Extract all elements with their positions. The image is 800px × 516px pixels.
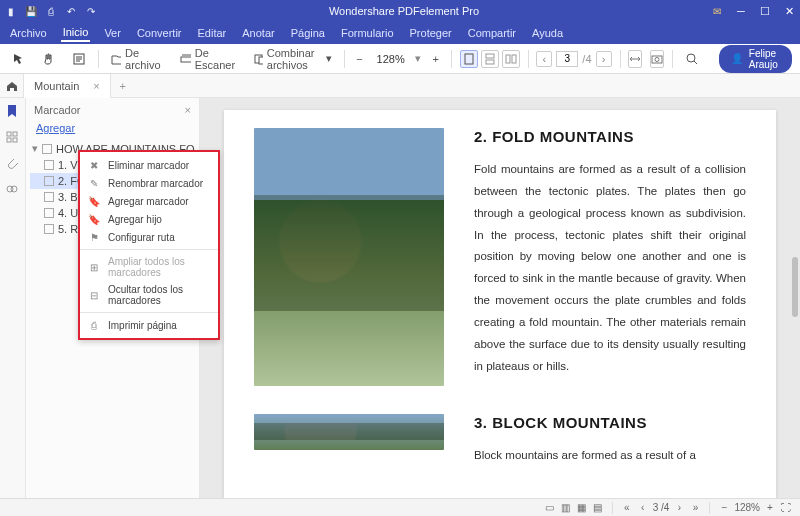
menu-formulario[interactable]: Formulario: [339, 25, 396, 41]
minimize-button[interactable]: ─: [734, 4, 748, 18]
menu-bar: Archivo Inicio Ver Convertir Editar Anot…: [0, 22, 800, 44]
section2-body: Fold mountains are formed as a result of…: [474, 159, 746, 377]
zoom-value: 128%: [375, 53, 407, 65]
fit-width-button[interactable]: [628, 50, 642, 68]
comments-rail-icon[interactable]: [5, 182, 21, 198]
menu-ver[interactable]: Ver: [102, 25, 123, 41]
status-page-prev[interactable]: ‹: [637, 502, 649, 514]
ctx-ocultar-todos[interactable]: ⊟Ocultar todos los marcadores: [80, 281, 218, 309]
status-bar: ▭ ▥ ▦ ▤ « ‹ 3 /4 › » − 128% + ⛶: [0, 498, 800, 516]
status-fullscreen-icon[interactable]: ⛶: [780, 502, 792, 514]
add-bookmark-link[interactable]: Agregar: [26, 122, 199, 140]
zoom-in-button[interactable]: +: [429, 51, 443, 67]
svg-rect-1: [181, 57, 191, 62]
menu-inicio[interactable]: Inicio: [61, 24, 91, 42]
svg-rect-4: [465, 54, 473, 64]
ctx-configurar-ruta[interactable]: ⚑Configurar ruta: [80, 228, 218, 246]
home-tab[interactable]: [0, 74, 24, 98]
left-icon-rail: [0, 98, 26, 498]
section3-heading: 3. BLOCK MOUNTAINS: [474, 414, 746, 431]
page-next-button[interactable]: ›: [596, 51, 612, 67]
svg-rect-8: [512, 55, 516, 63]
menu-compartir[interactable]: Compartir: [466, 25, 518, 41]
svg-rect-13: [13, 132, 17, 136]
redo-icon[interactable]: ↷: [84, 4, 98, 18]
thumbnails-rail-icon[interactable]: [5, 130, 21, 146]
maximize-button[interactable]: ☐: [758, 4, 772, 18]
add-bookmark-icon: 🔖: [88, 195, 100, 207]
print-icon[interactable]: ⎙: [44, 4, 58, 18]
combine-files-button[interactable]: Combinar archivos▾: [250, 45, 335, 73]
search-button[interactable]: [681, 50, 703, 68]
ctx-ampliar-todos: ⊞Ampliar todos los marcadores: [80, 253, 218, 281]
user-name: Felipe Araujo: [749, 48, 780, 70]
save-icon[interactable]: 💾: [24, 4, 38, 18]
status-view3-icon[interactable]: ▦: [576, 502, 588, 514]
svg-point-10: [655, 57, 659, 61]
status-view2-icon[interactable]: ▥: [560, 502, 572, 514]
page-prev-button[interactable]: ‹: [536, 51, 552, 67]
document-tab[interactable]: Mountain ×: [24, 74, 111, 98]
document-viewport[interactable]: 2. FOLD MOUNTAINS Fold mountains are for…: [200, 98, 800, 498]
svg-point-11: [687, 54, 695, 62]
menu-convertir[interactable]: Convertir: [135, 25, 184, 41]
menu-proteger[interactable]: Proteger: [408, 25, 454, 41]
bookmarks-rail-icon[interactable]: [5, 104, 21, 120]
close-tab-icon[interactable]: ×: [93, 80, 99, 92]
svg-rect-12: [7, 132, 11, 136]
view-facing[interactable]: [502, 50, 520, 68]
status-page-first[interactable]: «: [621, 502, 633, 514]
menu-editar[interactable]: Editar: [196, 25, 229, 41]
toolbar: De archivo De Escaner Combinar archivos▾…: [0, 44, 800, 74]
ctx-renombrar[interactable]: ✎Renombrar marcador: [80, 174, 218, 192]
ctx-eliminar[interactable]: ✖Eliminar marcador: [80, 156, 218, 174]
status-page-last[interactable]: »: [689, 502, 701, 514]
app-logo-icon: ▮: [4, 4, 18, 18]
menu-archivo[interactable]: Archivo: [8, 25, 49, 41]
rename-icon: ✎: [88, 177, 100, 189]
status-zoom-out[interactable]: −: [718, 502, 730, 514]
sidebar-close-icon[interactable]: ×: [185, 104, 191, 116]
svg-rect-7: [506, 55, 510, 63]
ctx-imprimir[interactable]: ⎙Imprimir página: [80, 316, 218, 334]
screenshot-button[interactable]: [650, 50, 664, 68]
page-current-input[interactable]: [556, 51, 578, 67]
view-continuous[interactable]: [481, 50, 499, 68]
new-tab-button[interactable]: +: [111, 80, 135, 92]
scroll-thumb[interactable]: [792, 257, 798, 317]
user-account-button[interactable]: 👤 Felipe Araujo: [719, 45, 792, 73]
status-zoom-in[interactable]: +: [764, 502, 776, 514]
from-file-button[interactable]: De archivo: [107, 45, 168, 73]
status-page-indicator: 3 /4: [653, 502, 670, 513]
svg-rect-3: [259, 57, 262, 64]
ctx-agregar[interactable]: 🔖Agregar marcador: [80, 192, 218, 210]
status-zoom-value: 128%: [734, 502, 760, 513]
menu-anotar[interactable]: Anotar: [240, 25, 276, 41]
vertical-scrollbar[interactable]: [790, 138, 798, 478]
bookmark-context-menu: ✖Eliminar marcador ✎Renombrar marcador 🔖…: [78, 150, 220, 340]
collapse-icon: ⊟: [88, 289, 100, 301]
sidebar-title: Marcador: [34, 104, 80, 116]
close-button[interactable]: ✕: [782, 4, 796, 18]
menu-pagina[interactable]: Página: [289, 25, 327, 41]
status-view1-icon[interactable]: ▭: [544, 502, 556, 514]
edit-tool[interactable]: [68, 50, 90, 68]
view-single-page[interactable]: [460, 50, 478, 68]
status-view4-icon[interactable]: ▤: [592, 502, 604, 514]
page-navigator: ‹ /4 ›: [536, 51, 611, 67]
status-page-next[interactable]: ›: [673, 502, 685, 514]
zoom-out-button[interactable]: −: [352, 51, 366, 67]
undo-icon[interactable]: ↶: [64, 4, 78, 18]
select-tool[interactable]: [8, 50, 30, 68]
svg-rect-14: [7, 138, 11, 142]
notification-icon[interactable]: ✉: [710, 4, 724, 18]
menu-ayuda[interactable]: Ayuda: [530, 25, 565, 41]
svg-rect-15: [13, 138, 17, 142]
hand-tool[interactable]: [38, 50, 60, 68]
from-scanner-button[interactable]: De Escaner: [176, 45, 242, 73]
attachments-rail-icon[interactable]: [5, 156, 21, 172]
flag-icon: ⚑: [88, 231, 100, 243]
delete-icon: ✖: [88, 159, 100, 171]
ctx-agregar-hijo[interactable]: 🔖Agregar hijo: [80, 210, 218, 228]
user-icon: 👤: [731, 53, 743, 64]
